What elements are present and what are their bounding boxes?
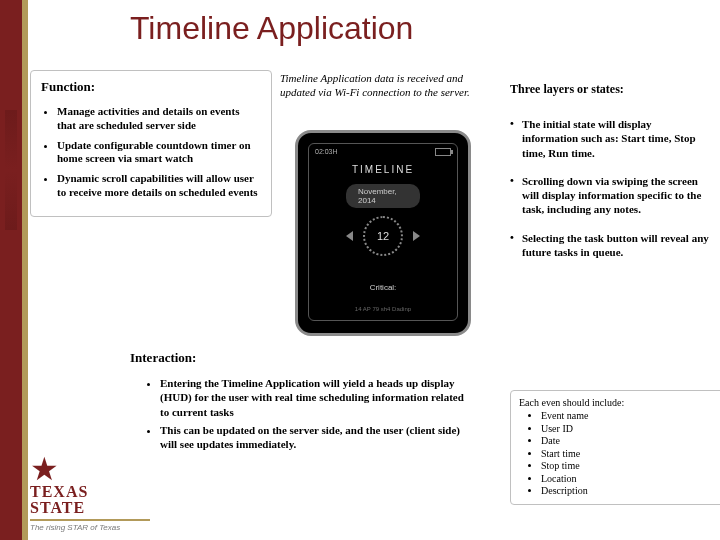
function-item: Dynamic scroll capabilities will allow u… xyxy=(57,172,261,200)
slide-title: Timeline Application xyxy=(130,10,413,47)
state-text: The initial state will display informati… xyxy=(522,117,710,160)
device-critical-label: Critical: xyxy=(309,283,457,292)
bullet-icon: • xyxy=(510,174,522,217)
function-box: Function: Manage activities and details … xyxy=(30,70,272,217)
maroon-sidebar xyxy=(0,0,28,540)
interaction-item: This can be updated on the server side, … xyxy=(160,423,470,452)
state-text: Scrolling down via swiping the screen wi… xyxy=(522,174,710,217)
include-item: Stop time xyxy=(541,460,719,473)
image-caption: Timeline Application data is received an… xyxy=(280,72,490,100)
smartwatch-mockup: 02:03H TIMELINE November, 2014 12 Critic… xyxy=(295,130,471,336)
include-item: User ID xyxy=(541,423,719,436)
function-item: Manage activities and details on events … xyxy=(57,105,261,133)
include-item: Date xyxy=(541,435,719,448)
star-icon: ★ xyxy=(30,453,150,485)
interaction-item: Entering the Timeline Application will y… xyxy=(160,376,470,419)
include-item: Start time xyxy=(541,448,719,461)
include-item: Event name xyxy=(541,410,719,423)
interaction-list: Entering the Timeline Application will y… xyxy=(130,376,470,451)
include-box: Each even should include: Event name Use… xyxy=(510,390,720,505)
state-item: •Scrolling down via swiping the screen w… xyxy=(510,174,710,217)
texas-state-logo: ★ TEXAS STATE The rising STAR of Texas xyxy=(30,453,150,532)
logo-tagline: The rising STAR of Texas xyxy=(30,519,150,532)
chevron-left-icon xyxy=(346,231,353,241)
state-text: Selecting the task button will reveal an… xyxy=(522,231,710,260)
device-date-pill: November, 2014 xyxy=(346,184,420,208)
function-list: Manage activities and details on events … xyxy=(41,105,261,200)
include-heading: Each even should include: xyxy=(519,397,719,408)
bullet-icon: • xyxy=(510,117,522,160)
interaction-heading: Interaction: xyxy=(130,350,470,366)
device-carousel: 12 xyxy=(346,216,420,256)
include-item: Description xyxy=(541,485,719,498)
interaction-section: Interaction: Entering the Timeline Appli… xyxy=(130,350,470,455)
bullet-icon: • xyxy=(510,231,522,260)
state-item: •The initial state will display informat… xyxy=(510,117,710,160)
device-footer-text: 14 AP 79 sh4 Dadinp xyxy=(309,306,457,312)
state-item: •Selecting the task button will reveal a… xyxy=(510,231,710,260)
device-app-title: TIMELINE xyxy=(309,164,457,175)
function-heading: Function: xyxy=(41,79,261,95)
include-list: Event name User ID Date Start time Stop … xyxy=(519,410,719,498)
device-screen: 02:03H TIMELINE November, 2014 12 Critic… xyxy=(308,143,458,321)
include-item: Location xyxy=(541,473,719,486)
battery-icon xyxy=(435,148,451,156)
device-status-time: 02:03H xyxy=(315,148,338,155)
device-center-value: 12 xyxy=(363,216,403,256)
logo-line2: STATE xyxy=(30,499,150,517)
chevron-right-icon xyxy=(413,231,420,241)
function-item: Update configurable countdown timer on h… xyxy=(57,139,261,167)
states-column: Three layers or states: •The initial sta… xyxy=(510,82,710,273)
states-heading: Three layers or states: xyxy=(510,82,710,97)
